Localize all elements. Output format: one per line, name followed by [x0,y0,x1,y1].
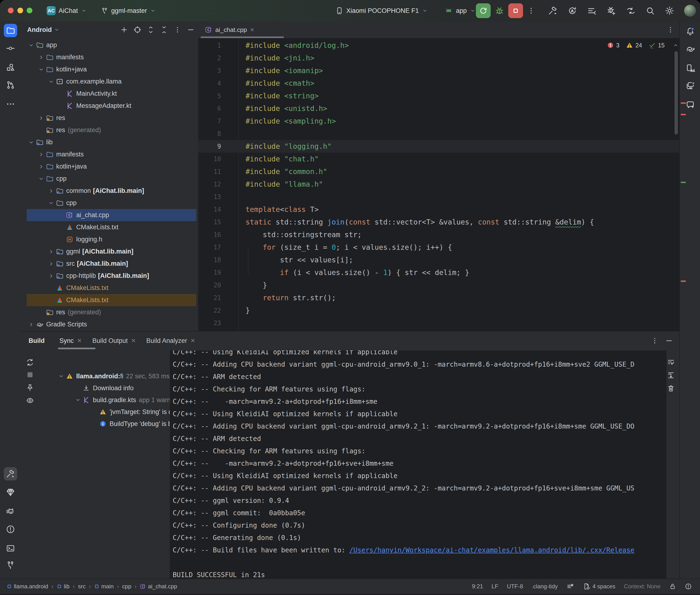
breadcrumb[interactable]: llama.android›lib›src›main›cpp›ai_chat.c… [7,579,177,594]
sync-tree-item[interactable]: 'jvmTarget: String' is deprec [21,406,169,418]
tab-sync[interactable]: Sync✕ [54,332,87,350]
code-line-10[interactable]: 10#include "chat.h" [198,152,679,165]
tab-build-output[interactable]: Build Output✕ [87,332,141,350]
soft-wrap-icon[interactable] [667,358,675,366]
running-devices-button[interactable] [683,79,697,92]
gradle-tool-button[interactable] [683,42,697,55]
device-mirroring-button[interactable] [626,6,636,16]
tree-item-manifests[interactable]: manifests [27,148,196,161]
inspections-widget[interactable]: 3 24 15 [607,40,679,51]
tab-ai-chat-cpp[interactable]: ai_chat.cpp ✕ [200,22,259,38]
sync-tree-item[interactable]: Download info [21,382,169,394]
close-tab-icon[interactable]: ✕ [77,337,82,344]
expand-all-icon[interactable] [147,26,155,34]
structure-tool-button[interactable] [4,61,17,74]
code-line-21[interactable]: 21 return str.str(); [198,291,679,304]
notifications-button[interactable] [683,25,697,38]
search-everywhere-button[interactable] [645,6,655,16]
project-tool-button[interactable] [4,24,17,37]
close-tab-icon[interactable]: ✕ [190,337,195,344]
collapse-all-icon[interactable] [160,26,168,34]
close-tab-icon[interactable]: ✕ [250,27,254,33]
tree-item-com-example-llama[interactable]: com.example.llama [27,76,196,88]
pull-requests-tool-button[interactable] [4,78,17,92]
branch-name[interactable]: ggml-master [111,7,147,15]
tree-item-logging-h[interactable]: logging.h [27,233,196,246]
project-name[interactable]: AiChat [59,7,78,15]
run-button[interactable] [476,3,491,18]
tree-item-mainactivity-kt[interactable]: MainActivity.kt [27,88,196,100]
device-selector[interactable]: Xiaomi POCOPHONE F1 [346,7,419,15]
more-run-actions-button[interactable] [527,6,535,15]
tree-item-cmakelists-txt[interactable]: CMakeLists.txt [27,294,196,306]
code-line-4[interactable]: 4#include <cmath> [198,77,679,89]
breadcrumb-item[interactable]: ai_chat.cpp [140,583,177,590]
sync-refresh-icon[interactable] [26,358,34,367]
profiler-button[interactable] [567,6,577,16]
code-line-15[interactable]: 15static std::string join(const std::vec… [198,216,679,228]
maximize-window-button[interactable] [27,8,32,13]
line-separator[interactable]: LF [492,583,498,590]
tree-item-res[interactable]: res(generated) [27,124,196,136]
logcat-tool-button[interactable] [4,505,17,518]
sync-tree-item[interactable]: llama.android: fi22 sec, 583 ms [21,370,169,382]
sync-tree-item[interactable]: BuildType 'debug' is both de [21,418,169,430]
tree-item-res[interactable]: res [27,112,196,124]
clear-console-icon[interactable] [667,384,675,392]
code-line-9[interactable]: 9#include "logging.h" [198,140,679,152]
build-variants-button[interactable] [587,6,597,16]
code-line-6[interactable]: 6#include <unistd.h> [198,102,679,115]
code-line-16[interactable]: 16 std::ostringstream str; [198,228,679,241]
avatar[interactable] [684,5,696,17]
breadcrumb-item[interactable]: llama.android [7,583,48,590]
breadcrumb-item[interactable]: src [78,583,85,590]
device-manager-button[interactable] [683,62,697,75]
code-line-8[interactable]: 8 [198,128,679,140]
settings-button[interactable] [665,6,674,16]
ai-context[interactable]: Context: None [624,583,661,590]
code-area[interactable]: 1#include <android/log.h>2#include <jni.… [198,39,679,329]
breadcrumb-item[interactable]: cpp [122,583,132,590]
run-configuration[interactable]: app [456,7,467,15]
tree-item-cpp[interactable]: cpp [27,197,196,209]
tree-item-res[interactable]: res(generated) [27,306,196,318]
build-options-icon[interactable] [651,337,659,345]
project-view-selector[interactable]: Android [27,26,52,34]
tree-item-cpp-httplib[interactable]: cpp-httplib[AiChat.lib.main] [27,270,196,282]
hide-build-panel-icon[interactable] [665,337,673,345]
commit-tool-button[interactable] [4,42,17,55]
terminal-tool-button[interactable] [4,542,17,555]
hide-panel-icon[interactable] [187,26,195,34]
code-line-11[interactable]: 11#include "common.h" [198,165,679,178]
tree-item-ggml[interactable]: ggml[AiChat.lib.main] [27,246,196,258]
code-line-23[interactable]: 23 [198,317,679,329]
tree-item-cmakelists-txt[interactable]: CMakeLists.txt [27,282,196,294]
linter-status[interactable]: .clang-tidy [532,583,558,590]
formatter-icon[interactable] [566,583,574,590]
indent-setting[interactable]: 4 spaces [583,583,615,590]
tree-item-messageadapter-kt[interactable]: MessageAdapter.kt [27,100,196,112]
panel-options-icon[interactable] [173,26,181,34]
code-line-13[interactable]: 13 [198,191,679,203]
problems-tool-button[interactable] [4,522,17,536]
problems-indicator-icon[interactable] [685,583,692,590]
build-console[interactable]: C/C++: -- Using KleidiAI optimized kerne… [170,350,666,579]
build-project-button[interactable] [548,6,558,16]
tree-item-kotlin-java[interactable]: kotlin+java [27,161,196,173]
tree-item-cpp[interactable]: cpp [27,173,196,185]
code-line-19[interactable]: 19 if (i < values.size() - 1) { str << d… [198,266,679,279]
version-control-tool-button[interactable] [4,558,17,572]
code-line-14[interactable]: 14template<class T> [198,203,679,216]
code-line-18[interactable]: 18 str << values[i]; [198,254,679,266]
debug-button[interactable] [495,6,504,16]
tree-item-app[interactable]: app [27,39,196,51]
editor-options-icon[interactable] [666,26,674,34]
tree-item-ai-chat-cpp[interactable]: ai_chat.cpp [27,209,196,221]
tree-item-cmakelists-txt[interactable]: CMakeLists.txt [27,221,196,233]
attach-debugger-button[interactable] [607,6,616,16]
tab-build-analyzer[interactable]: Build Analyzer✕ [141,332,200,350]
file-encoding[interactable]: UTF-8 [507,583,523,590]
minimize-window-button[interactable] [18,8,23,13]
prev-problem-icon[interactable] [672,42,679,49]
code-line-3[interactable]: 3#include <iomanip> [198,64,679,77]
